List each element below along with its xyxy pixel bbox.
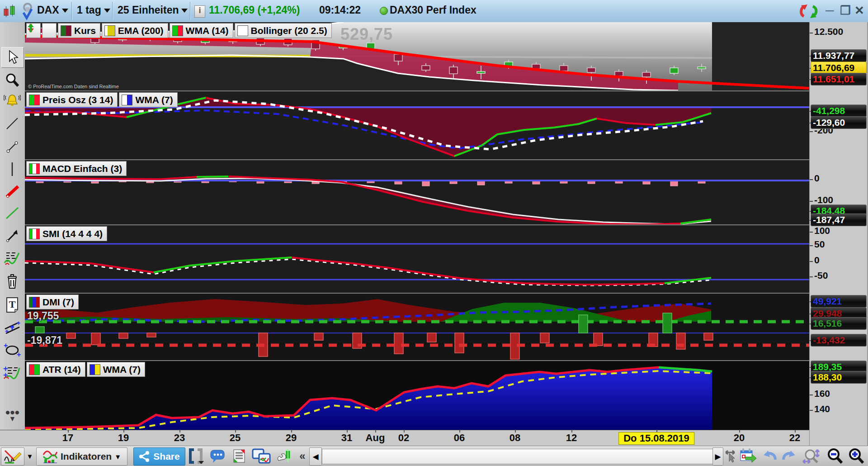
share-button[interactable]: Share	[133, 447, 185, 466]
instrument-name: DAX30 Perf Index	[390, 4, 476, 16]
trading-settings-button[interactable]	[274, 447, 295, 465]
date-label: 20	[734, 432, 745, 444]
legend-atr-wma[interactable]: WMA (7)	[87, 362, 145, 377]
info-icon[interactable]: i	[194, 5, 205, 18]
red-trendline-tool[interactable]	[1, 181, 23, 201]
macd-panel[interactable]: MACD Einfach (3)	[25, 159, 809, 225]
time-axis[interactable]: 171923252931Aug02060812Do 15.08.20192022	[0, 430, 809, 446]
legend-kurs[interactable]: Kurs	[58, 23, 100, 38]
text-tool[interactable]: T	[1, 295, 23, 314]
close-button[interactable]: ✕	[854, 4, 864, 18]
more-tools-button[interactable]: ••• ▼	[0, 409, 25, 422]
legend-dmi[interactable]: DMI (7)	[26, 295, 79, 309]
zoom-tool[interactable]	[1, 70, 23, 90]
legend-bollinger[interactable]: Bollinger (20 2.5)	[235, 23, 332, 38]
dmi-canvas	[25, 294, 809, 360]
chat-button[interactable]	[208, 447, 227, 465]
date-label: 17	[62, 432, 73, 444]
divider	[71, 2, 72, 20]
refresh-icon[interactable]	[799, 3, 819, 22]
zoom-fit-button[interactable]	[801, 447, 822, 465]
axis-value: 16,516	[811, 317, 867, 330]
axis-value: -129,60	[811, 116, 867, 129]
axis-tick	[810, 395, 813, 395]
legend-smi[interactable]: SMI (14 4 4 4)	[26, 226, 107, 241]
symbol-selector[interactable]: DAX	[37, 4, 68, 16]
arrow-line-tool[interactable]	[1, 226, 23, 246]
atr-panel[interactable]: ATR (14) WMA (7)	[25, 360, 809, 431]
price-axis-gutter[interactable]: 12.50011.937,7711.706,6911.651,01-41,298…	[809, 22, 868, 446]
zoom-out-button[interactable]	[826, 447, 844, 465]
draw-pencil-button[interactable]	[1, 447, 24, 466]
legend-macd[interactable]: MACD Einfach (3)	[26, 161, 127, 176]
smi-swatch-icon	[29, 228, 40, 239]
current-date-label: Do 15.08.2019	[618, 432, 694, 445]
channel-tool[interactable]: ++	[1, 317, 23, 337]
legend-ema200[interactable]: EMA (200)	[102, 23, 168, 38]
atr-swatch-icon	[29, 364, 40, 375]
legend-preis-osz-wma[interactable]: WMA (7)	[119, 92, 177, 107]
divider	[190, 2, 190, 20]
indikatoren-button[interactable]: Indikatoren ▼	[36, 447, 127, 466]
axis-tick	[810, 201, 813, 202]
legend-wma14[interactable]: WMA (14)	[170, 23, 233, 38]
market-open-indicator	[380, 7, 388, 15]
orders-list-button[interactable]	[230, 447, 248, 465]
date-label: 22	[789, 432, 800, 444]
objects-list-button[interactable]	[187, 447, 206, 465]
restore-button[interactable]: ❐	[840, 4, 850, 18]
new-window-button[interactable]	[250, 447, 273, 465]
date-label: 12	[566, 432, 577, 444]
chart-add-tool[interactable]: ++	[1, 362, 23, 382]
axis-tick	[810, 245, 813, 246]
pan-cursor-icon[interactable]	[723, 447, 738, 465]
axis-value: 100	[814, 225, 830, 236]
redo-button[interactable]	[780, 447, 797, 465]
collapse-toolbar-button[interactable]: «	[297, 447, 308, 465]
legend-atr[interactable]: ATR (14)	[26, 362, 85, 377]
green-trendline-tool[interactable]	[1, 203, 23, 223]
ellipse-tool[interactable]: ++	[1, 340, 23, 360]
scroll-right-button[interactable]: ▶	[712, 447, 723, 466]
minimize-button[interactable]: ─	[826, 4, 834, 18]
legend-preis-osz[interactable]: Preis Osz (3 14)	[26, 92, 118, 107]
zoom-in-button[interactable]	[846, 447, 866, 465]
bollinger-swatch-icon	[237, 25, 248, 36]
axis-value: -187,47	[811, 214, 867, 226]
quote-time: 09:14:22	[319, 4, 361, 16]
svg-text:+: +	[4, 342, 8, 349]
trendline-tool[interactable]	[1, 114, 23, 133]
select-tool[interactable]	[1, 47, 24, 68]
share-icon	[139, 451, 151, 462]
alarm-tool[interactable]	[1, 91, 23, 111]
goto-date-button[interactable]	[739, 447, 757, 465]
buy-arrow-button[interactable]	[42, 23, 57, 38]
price-watermark: 529,75	[340, 25, 393, 44]
undo-button[interactable]	[762, 447, 778, 465]
timeframe-selector[interactable]: 1 tag	[77, 4, 110, 16]
axis-value: -13,432	[811, 334, 867, 347]
price-panel[interactable]: 529,75 Kurs EMA (200) WMA (14) B	[25, 22, 809, 90]
segment-tool[interactable]	[1, 137, 23, 157]
scroll-left-button[interactable]: ◀	[309, 447, 322, 466]
chart-analysis-tool[interactable]	[1, 247, 23, 267]
ema-swatch-icon	[104, 25, 115, 36]
time-scrollbar[interactable]	[322, 449, 713, 464]
app-candlestick-icon	[2, 4, 18, 21]
axis-value: -41,298	[811, 105, 867, 117]
axis-value: 50	[814, 239, 825, 250]
svg-text:T: T	[9, 299, 16, 310]
pencil-dropdown[interactable]: ▼	[25, 447, 34, 465]
indicator-chart-icon	[42, 449, 58, 464]
preis-osz-panel[interactable]: Preis Osz (3 14) WMA (7)	[25, 90, 809, 160]
dmi-panel[interactable]: DMI (7) 19,755 -19,871	[25, 293, 809, 361]
date-label: 25	[230, 432, 241, 444]
date-label: 29	[286, 432, 297, 444]
vertical-line-tool[interactable]	[1, 159, 23, 179]
units-selector[interactable]: 25 Einheiten	[118, 4, 188, 16]
axis-value: 188,30	[811, 371, 867, 384]
realtime-check-icon	[20, 2, 35, 23]
smi-panel[interactable]: SMI (14 4 4 4)	[25, 224, 809, 294]
delete-tool[interactable]	[1, 272, 23, 292]
divider	[112, 2, 113, 20]
